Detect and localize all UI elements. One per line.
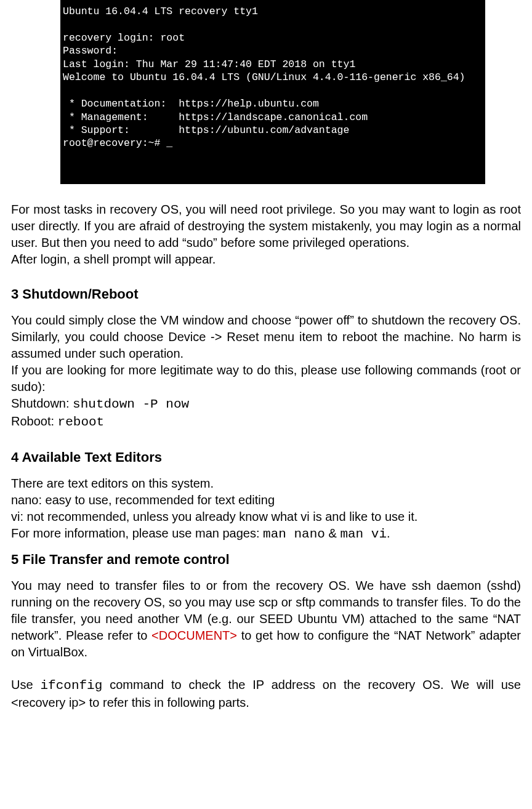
section4-period: . <box>387 526 390 540</box>
reboot-label: Roboot: <box>11 414 58 428</box>
section4-p3: vi: not recommended, unless you already … <box>11 509 521 525</box>
ampersand: & <box>325 526 340 540</box>
section5-p2a: Use <box>11 678 40 691</box>
section4-heading: 4 Available Text Editors <box>11 448 521 467</box>
section3-p1: You could simply close the VM window and… <box>11 312 521 362</box>
reboot-line: Roboot: reboot <box>11 413 521 431</box>
intro-paragraph-1: For most tasks in recovery OS, you will … <box>11 201 521 251</box>
section4-p4-text: For more information, please use man pag… <box>11 526 263 540</box>
section3-heading: 3 Shutdown/Reboot <box>11 285 521 304</box>
section4-p2: nano: easy to use, recommended for text … <box>11 492 521 509</box>
man-nano-command: man nano <box>263 527 325 541</box>
shutdown-line: Shutdown: shutdown -P now <box>11 395 521 413</box>
shutdown-command: shutdown -P now <box>73 397 189 411</box>
section5-p2: Use ifconfig command to check the IP add… <box>11 677 521 711</box>
section4-p1: There are text editors on this system. <box>11 475 521 492</box>
shutdown-label: Shutdown: <box>11 396 73 410</box>
section5-p1: You may need to transfer files to or fro… <box>11 578 521 661</box>
man-vi-command: man vi <box>340 527 387 541</box>
ifconfig-command: ifconfig <box>40 678 102 693</box>
document-placeholder: <DOCUMENT> <box>151 629 237 642</box>
section4-p4: For more information, please use man pag… <box>11 525 521 543</box>
section3-p2: If you are looking for more legitimate w… <box>11 362 521 395</box>
reboot-command: reboot <box>58 415 105 429</box>
section5-heading: 5 File Transfer and remote control <box>11 550 521 569</box>
intro-paragraph-2: After login, a shell prompt will appear. <box>11 251 521 268</box>
terminal-screenshot: Ubuntu 16.04.4 LTS recovery tty1 recover… <box>60 0 485 184</box>
